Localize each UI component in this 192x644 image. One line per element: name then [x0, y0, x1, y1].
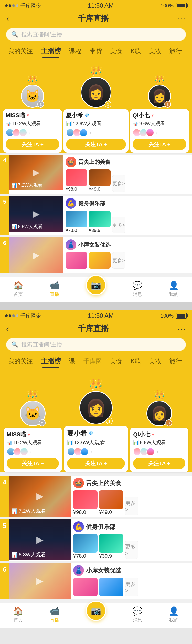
- heart-icon-rank2-2: ♥: [28, 432, 30, 437]
- crown-silver-2: 👑: [27, 390, 38, 400]
- nav-tab-course-1[interactable]: 课程: [65, 45, 86, 57]
- follower-avatars-rank3-1: ›: [133, 128, 186, 137]
- nav-message-1[interactable]: 💬 消息: [132, 280, 143, 297]
- nav-tab-food-1[interactable]: 美食: [106, 45, 126, 57]
- follow-btn-rank1-1[interactable]: 关注TA +: [66, 139, 126, 150]
- nav-live-2[interactable]: 📹 直播: [49, 606, 60, 623]
- anchor-name-rank2-1: MISS喵: [6, 112, 25, 119]
- nav-tab-food-2[interactable]: 美食: [106, 356, 126, 367]
- follower-avatars-rank2-2: ›: [7, 448, 59, 456]
- rank-badge-2-1: 2: [37, 101, 44, 108]
- thumb-gym-1[interactable]: 📊 6.8W人观看 ▶: [9, 196, 63, 232]
- product-2-6-2[interactable]: [99, 578, 123, 596]
- more-btn-4-2[interactable]: 更多>: [125, 497, 138, 515]
- more-btn-4-1[interactable]: 更多>: [112, 175, 125, 192]
- more-button-2[interactable]: ···: [177, 324, 186, 333]
- search-bar-2[interactable]: 🔍 搜索直播间/主播: [6, 338, 186, 351]
- product-2-4-2[interactable]: ¥49.0: [99, 490, 123, 515]
- live-center-btn-2[interactable]: 📷: [86, 601, 106, 621]
- bar-icon-rank2-1: 📊: [6, 121, 11, 126]
- nav-tab-follow-2[interactable]: 我的关注: [4, 356, 37, 367]
- product-2-4-1[interactable]: ¥49.0: [89, 169, 111, 192]
- thumb-gym-2[interactable]: 📊 6.8W人观看 ▶: [9, 519, 71, 560]
- thumb-fashion-1[interactable]: ▶: [9, 237, 63, 273]
- thumb-fashion-2[interactable]: ▶: [9, 563, 71, 599]
- list-item-5-1: 5 📊 6.8W人观看 ▶ 💪 健身俱乐部 ¥78.0: [0, 196, 192, 235]
- nav-tab-karaoke-1[interactable]: K歌: [126, 45, 145, 57]
- list-item-4-2: 4 📊 7.2W人观看 ▶ 🍲 舌尖上的美食 ¥98.0: [0, 476, 192, 517]
- name-row-rank3-1: QI小七 ♥: [133, 112, 186, 119]
- nav-live-1[interactable]: 📹 直播: [49, 280, 60, 297]
- info-box-rank1-2: 夏小希 💎 📊 12.6W人观看 › 关注TA +: [64, 426, 128, 472]
- nav-tab-rank-2[interactable]: 主播榜: [37, 355, 65, 367]
- rank-label-4-1: 4: [0, 155, 9, 194]
- product-2-5-2[interactable]: ¥39.9: [99, 534, 123, 559]
- status-bar-1: 千库网令 11:50 AM 100%: [0, 0, 192, 11]
- prod-thumb-1-4-2: [73, 490, 98, 509]
- nav-tab-course-2[interactable]: 课: [65, 356, 79, 367]
- rank-badge-2-2: 2: [39, 419, 46, 426]
- thumb-food-1[interactable]: 📊 7.2W人观看 ▶: [9, 155, 63, 190]
- nav-tab-karaoke-2[interactable]: K歌: [126, 356, 145, 367]
- nav-tabs-2: 我的关注 主播榜 课 千库网 美食 K歌 美妆 旅行: [0, 355, 192, 371]
- product-1-6-2[interactable]: [73, 578, 98, 596]
- profile-icon-1: 👤: [169, 280, 179, 290]
- live-icon-1: 📹: [49, 280, 60, 290]
- heart-icon-rank3-1: ♥: [151, 113, 154, 118]
- nav-tab-follow-1[interactable]: 我的关注: [4, 45, 37, 57]
- battery-percent-1: 100%: [161, 3, 174, 9]
- cat-header-6-2: 👗 小库女装优选: [73, 565, 189, 576]
- follow-btn-rank3-1[interactable]: 关注TA +: [133, 139, 186, 150]
- product-2-5-1[interactable]: ¥39.9: [89, 211, 111, 233]
- anchor-name-rank3-2: QI小七: [133, 431, 150, 438]
- nav-home-2[interactable]: 🏠 首页: [13, 606, 23, 623]
- follow-btn-rank2-2[interactable]: 关注TA +: [7, 458, 59, 469]
- status-time-1: 11:50 AM: [88, 2, 114, 9]
- follow-btn-rank3-2[interactable]: 关注TA +: [133, 458, 185, 469]
- signal-dots-2: [5, 314, 18, 317]
- thumb-food-2[interactable]: 📊 7.2W人观看 ▶: [9, 476, 71, 517]
- product-1-5-2[interactable]: ¥78.0: [73, 534, 98, 559]
- live-center-btn-1[interactable]: 📷: [86, 275, 106, 295]
- product-1-4-2[interactable]: ¥98.0: [73, 490, 98, 515]
- message-icon-1: 💬: [132, 280, 143, 290]
- heart-icon-rank3-2: ♥: [152, 432, 154, 437]
- search-bar-1[interactable]: 🔍 搜索直播间/主播: [6, 28, 186, 41]
- nav-camera-1[interactable]: 📷: [86, 283, 106, 295]
- nav-tab-beauty-1[interactable]: 美妆: [145, 45, 165, 57]
- nav-tab-travel-1[interactable]: 旅行: [165, 45, 186, 57]
- more-btn-5-2[interactable]: 更多>: [125, 541, 138, 559]
- product-1-5-1[interactable]: ¥78.0: [66, 211, 87, 233]
- nav-tab-beauty-2[interactable]: 美妆: [145, 356, 165, 367]
- back-button-1[interactable]: ‹: [6, 14, 9, 23]
- back-button-2[interactable]: ‹: [6, 324, 9, 333]
- list-item-6-1: 6 ▶ 👗 小库女装优选 更多>: [0, 237, 192, 273]
- nav-camera-2[interactable]: 📷: [86, 608, 106, 621]
- more-button-1[interactable]: ···: [177, 14, 186, 23]
- nav-profile-1[interactable]: 👤 我的: [169, 280, 179, 297]
- more-btn-6-1[interactable]: 更多>: [112, 252, 125, 269]
- follow-btn-rank1-2[interactable]: 关注TA +: [67, 458, 125, 469]
- nav-tab-rank-1[interactable]: 主播榜: [37, 45, 65, 57]
- nav-message-2[interactable]: 💬 消息: [132, 606, 143, 623]
- name-row-rank2-1: MISS喵 ♥: [6, 112, 59, 119]
- nav-profile-2[interactable]: 👤 我的: [169, 606, 179, 623]
- message-label-2: 消息: [133, 617, 142, 623]
- product-1-4-1[interactable]: ¥98.0: [66, 169, 87, 192]
- battery-percent-2: 100%: [161, 313, 174, 319]
- nav-tab-shop-1[interactable]: 带货: [86, 45, 106, 57]
- nav-home-1[interactable]: 🏠 首页: [13, 280, 23, 297]
- prod-price-1-5-2: ¥78.0: [73, 553, 98, 559]
- right-section-4-2: 🍲 舌尖上的美食 ¥98.0 ¥49.0 更多>: [71, 476, 192, 517]
- thumb-viewers-4-1: 📊 7.2W人观看: [11, 182, 42, 188]
- product-1-6-1[interactable]: [66, 252, 87, 269]
- nav-tab-travel-2[interactable]: 旅行: [165, 356, 186, 367]
- more-btn-5-1[interactable]: 更多>: [112, 217, 125, 233]
- camera-icon-1: 📷: [91, 280, 101, 290]
- prod-thumb-1-4-1: [66, 169, 87, 186]
- follow-btn-rank2-1[interactable]: 关注TA +: [6, 139, 59, 150]
- more-btn-6-2[interactable]: 更多>: [125, 578, 138, 596]
- nav-tab-shop-2[interactable]: 千库网: [79, 356, 106, 367]
- product-2-6-1[interactable]: [89, 252, 111, 269]
- top3-section-2: 👑 🐱 2 MISS喵 ♥ 📊 10.2W人观看: [0, 371, 192, 472]
